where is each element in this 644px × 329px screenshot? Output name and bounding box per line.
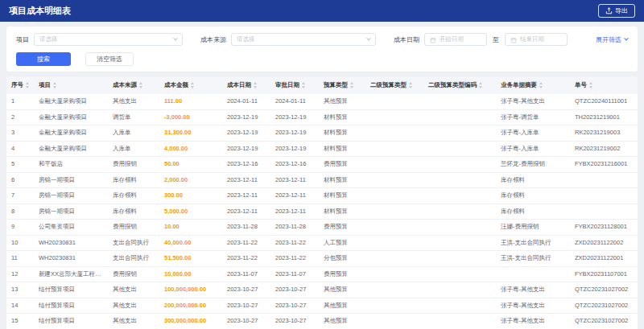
cell-sub_budget_type bbox=[365, 172, 423, 188]
cell-sub_budget_type bbox=[365, 141, 423, 157]
date-range-separator: 至 bbox=[493, 35, 499, 44]
sort-icon[interactable] bbox=[26, 82, 29, 88]
sort-icon[interactable] bbox=[191, 82, 194, 88]
filter-panel: 项目 请选择 成本来源 请选择 成本日期 bbox=[6, 27, 638, 72]
cell-budget_type: 其他预算 bbox=[319, 282, 365, 298]
cell-source: 库存领料 bbox=[108, 172, 159, 188]
cell-project: 房锦一期项目 bbox=[34, 172, 108, 188]
cell-approval_date: 2023-12-19 bbox=[270, 141, 319, 157]
column-label: 成本金额 bbox=[164, 81, 188, 88]
cell-budget_type: 费用预算 bbox=[319, 266, 365, 282]
cell-doc_no: QTZC20231027002 bbox=[570, 282, 638, 298]
cell-approval_date: 2023-10-27 bbox=[270, 298, 319, 314]
cell-amount: 51,500.00 bbox=[159, 251, 222, 267]
cell-sub_budget_code bbox=[423, 282, 496, 298]
cell-project: 金融大厦采购项目 bbox=[34, 109, 108, 125]
cell-doc_no: QTZC20240111001 bbox=[570, 94, 638, 109]
cell-doc_summary: 张子骞-入库单 bbox=[496, 125, 570, 142]
cell-budget_type: 材料预算 bbox=[319, 141, 365, 157]
cell-sub_budget_code bbox=[423, 125, 496, 142]
end-date-input[interactable]: 结束日期 bbox=[505, 33, 568, 46]
cell-approval_date: 2023-12-19 bbox=[270, 109, 319, 125]
column-header-amount[interactable]: 成本金额 bbox=[159, 76, 222, 94]
cell-sub_budget_type bbox=[365, 282, 423, 298]
column-label: 业务单据摘要 bbox=[501, 81, 537, 88]
cell-amount: 200,000,000.00 bbox=[159, 298, 222, 314]
cell-doc_no: FYBX20231216001 bbox=[570, 157, 638, 173]
table-row: 10WH20230831支出合同执行40,000.002023-11-22202… bbox=[6, 235, 638, 251]
column-label: 成本来源 bbox=[113, 81, 137, 88]
cost-source-select-placeholder: 请选择 bbox=[237, 35, 255, 43]
cell-sub_budget_type bbox=[365, 125, 423, 142]
column-header-index[interactable]: 序号 bbox=[6, 76, 34, 94]
cell-sub_budget_code bbox=[423, 220, 496, 236]
cell-index: 1 bbox=[6, 94, 34, 109]
search-button[interactable]: 搜索 bbox=[16, 52, 71, 66]
cost-source-select[interactable]: 请选择 bbox=[231, 33, 376, 46]
cell-budget_type: 材料预算 bbox=[319, 172, 365, 188]
cell-doc_summary: 张子骞-入库单 bbox=[496, 141, 570, 157]
sort-icon[interactable] bbox=[539, 82, 543, 88]
cell-budget_type: 其他预算 bbox=[319, 94, 365, 109]
clear-filters-button[interactable]: 清空筛选 bbox=[85, 52, 134, 66]
cost-date-filter-label: 成本日期 bbox=[394, 35, 419, 44]
cell-project: 房锦一期项目 bbox=[34, 204, 108, 220]
column-header-sub_budget_type[interactable]: 二级预算类型 bbox=[365, 76, 423, 94]
sort-icon[interactable] bbox=[302, 82, 305, 88]
cell-amount: 50.00 bbox=[159, 157, 222, 173]
export-button[interactable]: 导出 bbox=[598, 4, 635, 18]
cell-approval_date: 2023-11-22 bbox=[270, 235, 319, 251]
cell-doc_no: ZXD20231122002 bbox=[570, 235, 638, 251]
cell-doc_summary: 库存领料 bbox=[496, 204, 570, 220]
column-header-doc_no[interactable]: 单号 bbox=[570, 76, 638, 94]
cell-doc_summary: 王洪-支出合同执行 bbox=[496, 251, 570, 267]
expand-filters-link[interactable]: 展开筛选 bbox=[596, 35, 628, 44]
cell-doc_summary: 汪娜-费用报销 bbox=[496, 220, 570, 236]
cell-approval_date: 2023-11-22 bbox=[270, 251, 319, 267]
chevron-down-icon bbox=[366, 36, 371, 41]
cell-sub_budget_code bbox=[423, 141, 496, 157]
cell-doc_summary: 张子骞-其他支出 bbox=[496, 314, 570, 329]
chevron-down-icon bbox=[173, 36, 178, 41]
column-header-sub_budget_code[interactable]: 二级预算类型编码 bbox=[423, 76, 496, 94]
cell-cost_date: 2023-11-22 bbox=[222, 251, 270, 267]
column-header-budget_type[interactable]: 预算类型 bbox=[319, 76, 365, 94]
sort-icon[interactable] bbox=[139, 82, 142, 88]
cell-budget_type: 费用预算 bbox=[319, 220, 365, 236]
column-header-source[interactable]: 成本来源 bbox=[108, 76, 159, 94]
column-header-cost_date[interactable]: 成本日期 bbox=[222, 76, 270, 94]
table-row: 12新建XX总部大厦工程二期费用报销10,000.002023-11-07202… bbox=[6, 266, 638, 282]
sort-icon[interactable] bbox=[53, 82, 56, 88]
cost-detail-table: 序号项目成本来源成本金额成本日期审批日期预算类型二级预算类型二级预算类型编码业务… bbox=[6, 76, 638, 329]
cell-index: 10 bbox=[6, 235, 34, 251]
cell-project: 金融大厦采购项目 bbox=[34, 94, 108, 109]
cell-project: WH20230831 bbox=[34, 251, 108, 267]
cell-cost_date: 2024-01-11 bbox=[222, 94, 270, 109]
column-header-doc_summary[interactable]: 业务单据摘要 bbox=[496, 76, 570, 94]
cell-sub_budget_code bbox=[423, 204, 496, 220]
project-select[interactable]: 请选择 bbox=[34, 33, 183, 46]
column-header-project[interactable]: 项目 bbox=[34, 76, 108, 94]
cell-sub_budget_code bbox=[423, 266, 496, 282]
project-filter-field: 项目 请选择 bbox=[16, 33, 183, 46]
cell-cost_date: 2023-12-11 bbox=[222, 172, 270, 188]
cell-index: 2 bbox=[6, 109, 34, 125]
cell-project: 新建XX总部大厦工程二期 bbox=[34, 266, 108, 282]
sort-icon[interactable] bbox=[479, 82, 482, 88]
sort-icon[interactable] bbox=[254, 82, 257, 88]
sort-icon[interactable] bbox=[589, 82, 592, 88]
sort-icon[interactable] bbox=[350, 82, 353, 88]
column-header-approval_date[interactable]: 审批日期 bbox=[270, 76, 319, 94]
cell-source: 其他支出 bbox=[108, 282, 159, 298]
cell-doc_summary: 兰怀龙-费用报销 bbox=[496, 157, 570, 173]
cell-doc_no: QTZC20231027002 bbox=[570, 298, 638, 314]
export-button-label: 导出 bbox=[615, 6, 628, 15]
sort-icon[interactable] bbox=[409, 82, 412, 88]
cell-approval_date: 2023-12-16 bbox=[270, 157, 319, 173]
cell-project: 结付预算项目 bbox=[34, 282, 108, 298]
cell-doc_no: QTZC20231027002 bbox=[570, 314, 638, 329]
cell-sub_budget_type bbox=[365, 266, 423, 282]
cell-index: 3 bbox=[6, 125, 34, 142]
start-date-input[interactable]: 开始日期 bbox=[424, 33, 487, 46]
export-icon bbox=[605, 7, 613, 14]
